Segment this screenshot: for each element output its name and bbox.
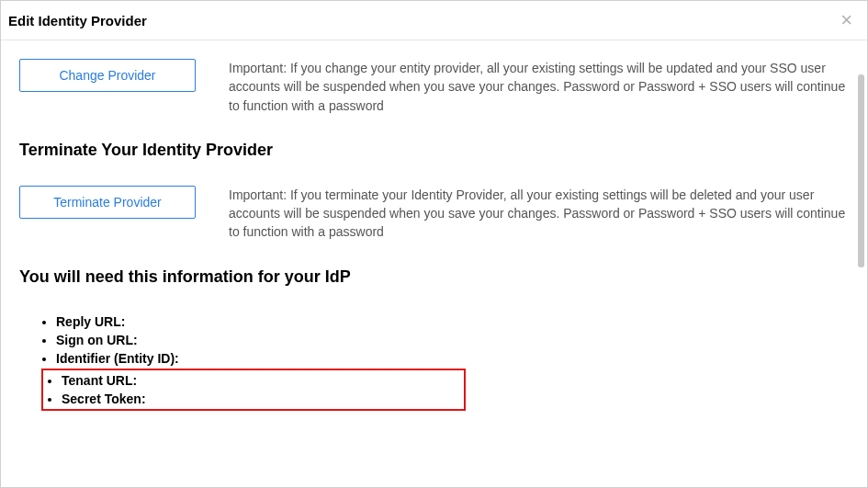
terminate-provider-section: Terminate Provider Important: If you ter… [19, 186, 849, 242]
close-icon[interactable]: × [837, 10, 856, 30]
idp-info-list: Reply URL: Sign on URL: Identifier (Enti… [43, 312, 849, 369]
idp-highlight-box: Tenant URL: Secret Token: [41, 369, 466, 412]
modal-title: Edit Identity Provider [8, 13, 147, 28]
idp-tenant-url-label: Tenant URL: [62, 371, 460, 390]
idp-identifier-label: Identifier (Entity ID): [56, 349, 849, 368]
idp-secret-token-label: Secret Token: [62, 390, 460, 408]
idp-info-heading: You will need this information for your … [19, 267, 849, 287]
terminate-provider-button[interactable]: Terminate Provider [19, 186, 196, 219]
change-provider-button[interactable]: Change Provider [19, 59, 196, 92]
idp-reply-url-label: Reply URL: [56, 312, 849, 331]
change-provider-notice: Important: If you change your entity pro… [229, 59, 849, 115]
idp-signon-url-label: Sign on URL: [56, 331, 849, 349]
terminate-provider-notice: Important: If you terminate your Identit… [229, 186, 849, 242]
scrollbar[interactable] [858, 74, 864, 267]
modal-body: Change Provider Important: If you change… [1, 40, 867, 488]
edit-identity-provider-modal: Edit Identity Provider × Change Provider… [0, 0, 868, 488]
change-provider-section: Change Provider Important: If you change… [19, 59, 849, 115]
modal-header: Edit Identity Provider × [1, 1, 867, 40]
terminate-heading: Terminate Your Identity Provider [19, 141, 849, 160]
